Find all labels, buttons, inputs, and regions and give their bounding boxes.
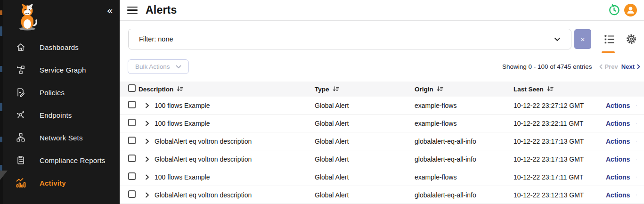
alert-description: GlobalAlert eq voltron description [155,155,252,163]
main-content: Alerts [120,0,644,204]
row-checkbox[interactable] [128,155,136,162]
alert-type: Global Alert [315,120,415,127]
service-graph-icon [15,64,26,75]
sidebar-item-label: Dashboards [40,43,79,51]
policies-icon [15,87,26,98]
row-actions-button[interactable]: Actions [606,173,637,181]
page-title: Alerts [146,4,177,16]
history-icon[interactable] [607,4,620,17]
row-checkbox[interactable] [128,172,136,180]
alert-description: 100 flows Example [155,173,210,181]
row-actions-button[interactable]: Actions [606,120,637,127]
sidebar-item-activity[interactable]: Activity [3,171,120,194]
alert-type: Global Alert [315,102,415,109]
alert-origin: globalalert-eq-all-info [415,191,514,199]
expand-chevron-icon[interactable] [145,103,149,108]
alert-last-seen: 10-12-22 23:17:13 GMT [514,138,606,145]
edge-marker [0,165,2,171]
expand-chevron-icon[interactable] [145,121,149,126]
row-checkbox[interactable] [128,137,136,144]
alert-type: Global Alert [315,138,415,145]
chevron-down-icon [636,122,637,125]
filter-value: Filter: none [139,35,173,43]
alert-type: Global Alert [315,173,415,181]
expand-chevron-icon[interactable] [145,174,149,180]
filter-row: Filter: none × [120,29,644,49]
chevron-down-icon [636,193,637,197]
user-avatar-icon[interactable] [624,4,637,17]
expand-chevron-icon[interactable] [145,192,149,198]
sort-icon [437,86,443,92]
alert-last-seen: 10-12-22 23:12:13 GMT [514,191,606,199]
row-checkbox[interactable] [128,190,136,198]
row-actions-button[interactable]: Actions [606,191,637,199]
sort-icon [333,86,339,92]
chevron-down-icon [176,65,181,69]
alert-origin: example-flows [415,173,514,181]
column-header-description[interactable]: Description [139,86,315,93]
compliance-reports-icon [15,155,26,166]
pagination: Prev Next [599,63,640,70]
column-header-origin[interactable]: Origin [415,86,514,93]
alert-origin: example-flows [415,120,514,127]
row-actions-button[interactable]: Actions [606,102,637,109]
sidebar-item-network-sets[interactable]: Network Sets [3,126,120,149]
table-row: GlobalAlert eq voltron description Globa… [120,186,644,204]
chevron-right-icon [637,64,640,69]
sidebar-item-policies[interactable]: Policies [3,81,120,104]
row-checkbox[interactable] [128,101,136,108]
expand-chevron-icon[interactable] [145,139,149,144]
filter-select[interactable]: Filter: none [128,29,571,49]
edge-marker [0,103,2,111]
clear-filter-button[interactable]: × [574,29,591,49]
row-actions-button[interactable]: Actions [606,138,637,145]
chevron-down-icon [636,157,637,161]
app-window: « Dashboards Servic [0,0,644,204]
sidebar-item-partial[interactable] [3,194,120,198]
alert-last-seen: 10-12-22 23:17:11 GMT [514,173,606,181]
sidebar-item-label: Compliance Reports [40,156,106,164]
chevron-down-icon [636,139,637,143]
toolbar: Bulk Actions Showing 0 - 100 of 4745 ent… [120,59,644,74]
table-header-row: Description Type Origin [120,82,644,97]
alert-last-seen: 10-12-22 23:27:12 GMT [514,102,606,109]
prev-page-button[interactable]: Prev [599,63,618,70]
sidebar-item-compliance-reports[interactable]: Compliance Reports [3,149,120,171]
chevron-down-icon [554,37,561,41]
edge-marker [0,66,2,72]
chevron-down-icon [636,104,637,107]
select-all-checkbox[interactable] [128,84,136,92]
gear-icon[interactable] [625,33,638,46]
alert-origin: globalalert-eq-all-info [415,155,514,163]
sidebar-collapse-button[interactable]: « [107,6,113,16]
corner-flag [0,171,8,180]
column-header-last-seen[interactable]: Last Seen [514,86,606,93]
alert-origin: globalalert-eq-all-info [415,138,514,145]
next-page-button[interactable]: Next [621,63,640,70]
close-icon: × [581,35,585,43]
edge-marker [0,10,2,15]
column-header-type[interactable]: Type [315,86,415,93]
network-sets-icon [15,132,26,143]
sidebar-item-endpoints[interactable]: Endpoints [3,104,120,126]
sidebar-item-label: Policies [40,89,65,97]
row-checkbox[interactable] [128,119,136,126]
list-view-icon[interactable] [603,33,616,46]
row-actions-button[interactable]: Actions [606,155,637,163]
alert-description: 100 flows Example [155,120,210,127]
hamburger-icon[interactable] [127,7,138,14]
chevron-down-icon [636,175,637,179]
sidebar-item-service-graph[interactable]: Service Graph [3,58,120,81]
home-icon [15,41,26,53]
sidebar-item-dashboards[interactable]: Dashboards [3,36,120,58]
active-view-underline [602,51,615,53]
sort-icon [177,86,183,92]
expand-chevron-icon[interactable] [145,156,149,162]
table-row: GlobalAlert eq voltron description Globa… [120,132,644,150]
showing-entries-text: Showing 0 - 100 of 4745 entries [502,63,592,70]
sort-icon [547,86,554,92]
chevron-left-icon [599,64,603,69]
top-bar: Alerts [120,0,644,21]
alert-last-seen: 10-12-22 23:22:11 GMT [514,120,606,127]
bulk-actions-button[interactable]: Bulk Actions [128,59,189,74]
